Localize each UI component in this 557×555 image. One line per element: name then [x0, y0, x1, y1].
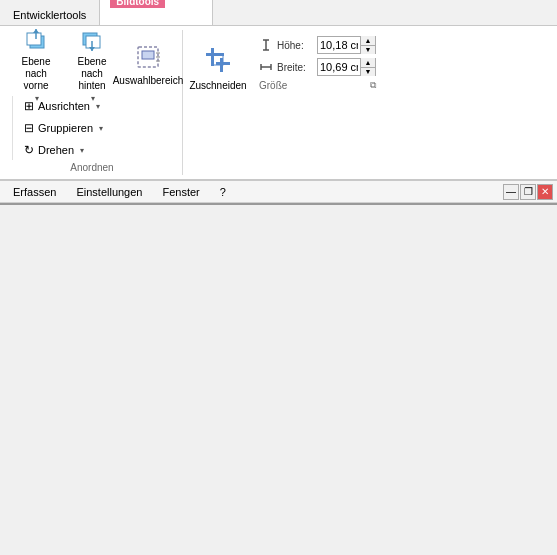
- close-button[interactable]: ✕: [537, 184, 553, 200]
- ebene-hinten-label: Ebene nach hinten: [69, 56, 115, 92]
- breite-input-wrap: ▲ ▼: [317, 58, 376, 76]
- ausrichten-button[interactable]: ⊞ Ausrichten ▾: [19, 96, 105, 116]
- tab-entwicklertools[interactable]: Entwicklertools: [0, 4, 99, 26]
- hoehe-down-button[interactable]: ▼: [361, 46, 375, 55]
- breite-icon: [259, 60, 273, 74]
- hoehe-input[interactable]: [318, 37, 360, 53]
- menu-erfassen[interactable]: Erfassen: [4, 183, 65, 201]
- svg-rect-9: [142, 51, 154, 59]
- tab-bildtools-format[interactable]: Bildtools Format: [99, 0, 213, 25]
- gruppieren-button[interactable]: ⊟ Gruppieren ▾: [19, 118, 108, 138]
- menubar: Erfassen Einstellungen Fenster ? — ❐ ✕: [0, 181, 557, 203]
- hoehe-spinner: ▲ ▼: [360, 36, 375, 54]
- hoehe-up-button[interactable]: ▲: [361, 36, 375, 45]
- breite-row: Breite: ▲ ▼: [259, 58, 376, 76]
- groesse-group-label: Größe: [259, 80, 287, 91]
- ebene-nach-hinten-button[interactable]: Ebene nach hinten ▾: [66, 32, 118, 96]
- breite-input[interactable]: [318, 59, 360, 75]
- ausrichten-icon: ⊞: [24, 99, 34, 113]
- auswahlbereich-icon: [132, 41, 164, 73]
- zuschneiden-icon: [200, 42, 236, 78]
- drehen-arrow: ▾: [80, 146, 84, 155]
- zuschneiden-button[interactable]: Zuschneiden: [189, 32, 247, 102]
- ebene-nach-vorne-button[interactable]: Ebene nach vorne ▾: [10, 32, 62, 96]
- drehen-icon: ↻: [24, 143, 34, 157]
- contextual-tab-label: Bildtools: [110, 0, 165, 8]
- minimize-button[interactable]: —: [503, 184, 519, 200]
- active-tab-label: Format: [165, 7, 202, 19]
- svg-rect-1: [27, 33, 41, 45]
- drehen-label: Drehen: [38, 144, 74, 156]
- breite-label: Breite:: [277, 62, 313, 73]
- groesse-expand-icon[interactable]: ⧉: [370, 80, 376, 91]
- menu-help[interactable]: ?: [211, 183, 235, 201]
- ebene-vorne-label: Ebene nach vorne: [13, 56, 59, 92]
- breite-up-button[interactable]: ▲: [361, 58, 375, 67]
- restore-button[interactable]: ❐: [520, 184, 536, 200]
- breite-spinner: ▲ ▼: [360, 58, 375, 76]
- ebene-hinten-icon: [76, 26, 108, 54]
- gruppieren-arrow: ▾: [99, 124, 103, 133]
- breite-down-button[interactable]: ▼: [361, 68, 375, 77]
- image-frame: [0, 203, 557, 205]
- ebene-vorne-icon: [20, 26, 52, 54]
- ausrichten-label: Ausrichten: [38, 100, 90, 112]
- auswahlbereich-label: Auswahlbereich: [113, 75, 184, 87]
- anordnen-group-label: Anordnen: [10, 160, 174, 173]
- menu-einstellungen[interactable]: Einstellungen: [67, 183, 151, 201]
- ausrichten-arrow: ▾: [96, 102, 100, 111]
- svg-rect-5: [86, 36, 100, 48]
- hoehe-input-wrap: ▲ ▼: [317, 36, 376, 54]
- gruppieren-icon: ⊟: [24, 121, 34, 135]
- menu-fenster[interactable]: Fenster: [153, 183, 208, 201]
- zuschneiden-label: Zuschneiden: [189, 80, 246, 92]
- drehen-button[interactable]: ↻ Drehen ▾: [19, 140, 89, 160]
- auswahlbereich-button[interactable]: Auswahlbereich: [122, 32, 174, 96]
- gruppieren-label: Gruppieren: [38, 122, 93, 134]
- anordnen-group: Ebene nach vorne ▾ Ebene nach hinten: [6, 30, 183, 175]
- hoehe-icon: [259, 38, 273, 52]
- hoehe-row: Höhe: ▲ ▼: [259, 36, 376, 54]
- size-inputs-group: Höhe: ▲ ▼: [251, 32, 384, 95]
- groesse-group: Zuschneiden Höhe:: [185, 30, 392, 175]
- hoehe-label: Höhe:: [277, 40, 313, 51]
- window-controls: — ❐ ✕: [503, 184, 553, 200]
